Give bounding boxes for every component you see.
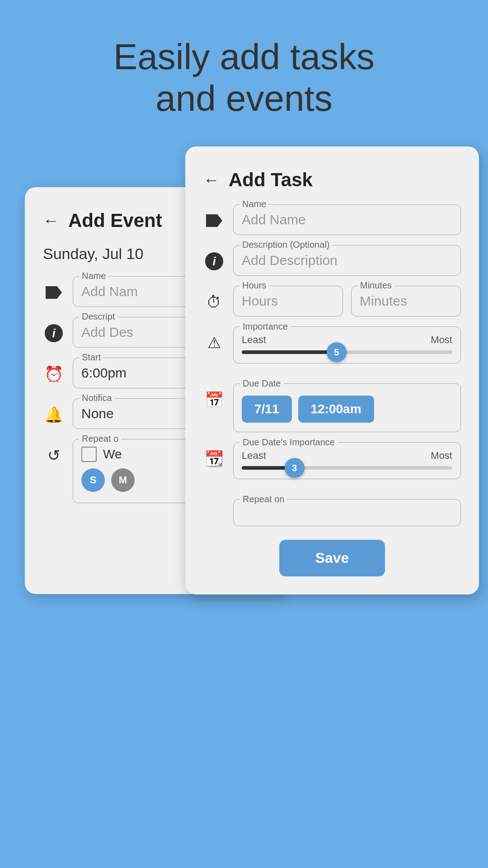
event-back-button[interactable]: ← [43, 211, 59, 230]
task-repeat-label: Repeat on [240, 494, 287, 505]
due-date-badges: 7/11 12:00am [242, 396, 452, 423]
due-date-box: Due Date 7/11 12:00am [233, 383, 461, 432]
event-card-title: Add Event [68, 210, 162, 231]
due-date-label: Due Date [240, 378, 284, 389]
importance-least: Least [242, 334, 266, 346]
importance-field-wrap: Importance Least Most 5 [233, 326, 461, 363]
due-importance-range-labels: Least Most [242, 450, 452, 462]
due-importance-label: Due Date's Importance [240, 437, 338, 448]
task-time-row: ⏱ Hours Hours Minutes Minutes [203, 286, 461, 316]
minutes-label: Minutes [357, 280, 394, 291]
task-card-title: Add Task [229, 169, 313, 191]
importance-slider-track[interactable]: 5 [242, 350, 452, 354]
task-name-field-wrap: Name Add Name [233, 204, 461, 235]
due-date-time-badge[interactable]: 12:00am [298, 396, 374, 423]
info-icon-task: i [203, 250, 225, 272]
task-repeat-row: Repeat on [203, 499, 461, 526]
add-task-card: ← Add Task Name Add Name i Description (… [185, 146, 479, 594]
due-importance-slider-track[interactable]: 3 [242, 466, 452, 470]
cards-area: ← Add Event Sunday, Jul 10 Name Add Nam … [0, 146, 488, 779]
event-repeat-label: Repeat o [79, 434, 121, 444]
task-name-row: Name Add Name [203, 204, 461, 235]
due-importance-slider-thumb[interactable]: 3 [285, 458, 305, 478]
hours-minutes-row: Hours Hours Minutes Minutes [233, 286, 461, 316]
due-date-field-wrap: Due Date 7/11 12:00am [233, 383, 461, 432]
calendar-check-icon: 📆 [203, 448, 225, 469]
event-start-label: Start [79, 352, 103, 363]
importance-slider-box: Importance Least Most 5 [233, 326, 461, 363]
warning-icon: ⚠ [203, 332, 225, 354]
clock-icon-event: ⏰ [43, 363, 65, 385]
hours-label: Hours [239, 280, 269, 291]
due-date-row: 📅 Due Date 7/11 12:00am [203, 383, 461, 432]
due-importance-least: Least [242, 450, 266, 462]
importance-slider-thumb[interactable]: 5 [327, 342, 347, 362]
bell-icon: 🔔 [43, 404, 65, 425]
stopwatch-icon: ⏱ [203, 291, 225, 313]
importance-row: ⚠ Importance Least Most 5 [203, 326, 461, 373]
info-icon-event: i [43, 322, 65, 344]
repeat-icon: ↺ [43, 444, 65, 466]
due-importance-field-wrap: Due Date's Importance Least Most 3 [233, 442, 461, 479]
calendar-icon: 📅 [203, 389, 225, 410]
task-desc-field-wrap: Description (Optional) Add Description [233, 245, 461, 276]
hours-field-wrap: Hours Hours [233, 286, 343, 316]
tag-icon [43, 282, 65, 303]
task-time-fields: Hours Hours Minutes Minutes [233, 286, 461, 316]
importance-label: Importance [240, 321, 291, 332]
importance-slider-fill [242, 350, 337, 354]
due-date-date-badge[interactable]: 7/11 [242, 396, 292, 423]
task-repeat-field-wrap: Repeat on [233, 499, 461, 526]
repeat-we-label: We [103, 447, 122, 462]
importance-range-labels: Least Most [242, 334, 452, 346]
tag-icon-task [203, 210, 225, 231]
task-desc-row: i Description (Optional) Add Description [203, 245, 461, 276]
due-importance-slider-box: Due Date's Importance Least Most 3 [233, 442, 461, 479]
task-card-header: ← Add Task [203, 169, 461, 191]
save-button[interactable]: Save [279, 540, 385, 576]
due-importance-row: 📆 Due Date's Importance Least Most 3 [203, 442, 461, 489]
task-desc-label: Description (Optional) [239, 240, 332, 250]
task-back-button[interactable]: ← [203, 170, 220, 189]
hero-title: Easily add tasks and events [0, 0, 488, 146]
importance-most: Most [431, 334, 452, 346]
minutes-field-wrap: Minutes Minutes [351, 286, 461, 316]
event-desc-label: Descript [79, 311, 117, 322]
day-monday[interactable]: M [111, 468, 135, 492]
repeat-checkbox[interactable] [81, 447, 97, 462]
day-sunday[interactable]: S [81, 468, 105, 492]
event-name-label: Name [79, 271, 108, 281]
task-name-label: Name [239, 199, 269, 209]
repeat-box: Repeat on [233, 499, 461, 526]
due-importance-most: Most [431, 450, 452, 462]
event-notif-label: Notifica [79, 393, 115, 403]
